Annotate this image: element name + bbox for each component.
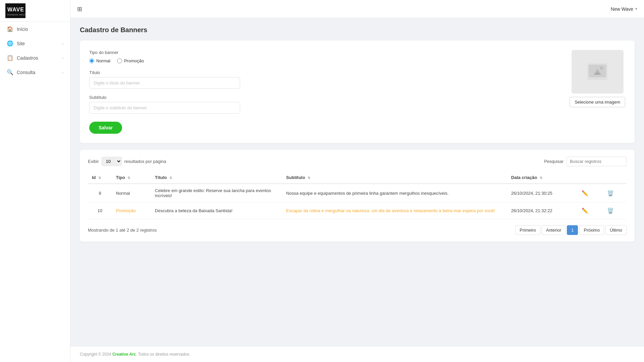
search-input[interactable] bbox=[566, 157, 627, 166]
svg-text:PASSEIOS NÁUTICOS: PASSEIOS NÁUTICOS bbox=[7, 14, 25, 16]
sidebar-nav: 🏠 Início 🌐 Site › 📋 Cadastros › 🔍 Consul… bbox=[0, 22, 70, 79]
home-icon: 🏠 bbox=[7, 26, 13, 32]
radio-normal[interactable]: Normal bbox=[89, 58, 110, 63]
col-id[interactable]: Id ⇅ bbox=[88, 172, 112, 184]
table-controls-left: Exibir 10 25 50 100 resultados por págin… bbox=[88, 157, 166, 166]
sort-icon: ⇅ bbox=[540, 176, 542, 180]
col-subtitulo[interactable]: Subtítulo ⇅ bbox=[282, 172, 507, 184]
cell-subtitulo: Nossa equipe e equipamentos de primeira … bbox=[282, 184, 507, 202]
select-image-button[interactable]: Selecione uma imagem bbox=[570, 97, 625, 107]
cell-subtitulo: Escapar da rotina e mergulhar na naturez… bbox=[282, 202, 507, 219]
grid-icon[interactable]: ⊞ bbox=[77, 5, 82, 13]
sidebar-item-cadastros[interactable]: 📋 Cadastros › bbox=[0, 51, 70, 65]
sidebar-item-label: Consulta bbox=[17, 70, 35, 75]
cell-delete-action: 🗑️ bbox=[601, 184, 627, 202]
sidebar-item-label: Site bbox=[17, 41, 25, 46]
chevron-right-icon: › bbox=[62, 42, 63, 46]
radio-promo-label: Promoção bbox=[124, 58, 144, 63]
footer-text-after: . Todos os direitos reservados. bbox=[136, 352, 191, 357]
exibir-label: Exibir bbox=[88, 159, 99, 164]
sidebar-item-label: Cadastros bbox=[17, 55, 38, 61]
titulo-input[interactable] bbox=[89, 77, 240, 89]
svg-text:WAVE: WAVE bbox=[7, 7, 24, 12]
globe-icon: 🌐 bbox=[7, 40, 13, 47]
table-head: Id ⇅ Tipo ⇅ Título ⇅ Subtítulo ⇅ Data cr… bbox=[88, 172, 627, 184]
form-left: Tipo do banner Normal Promoção bbox=[89, 50, 556, 134]
cell-id: 10 bbox=[88, 202, 112, 219]
table-row: 10 Promoção Descubra a beleza da Baixada… bbox=[88, 202, 627, 219]
topbar-left: ⊞ bbox=[77, 5, 82, 13]
user-name: New Wave bbox=[611, 6, 633, 12]
page-title: Cadastro de Banners bbox=[80, 26, 635, 34]
table-row: 9 Normal Celebre em grande estilo: Reser… bbox=[88, 184, 627, 202]
search-label: Pesquisar bbox=[544, 159, 564, 164]
subtitulo-group: Subtítulo bbox=[89, 95, 556, 114]
image-placeholder bbox=[572, 50, 624, 94]
footer-brand-link[interactable]: Creative Arc bbox=[112, 352, 136, 357]
pagination-current[interactable]: 1 bbox=[567, 225, 578, 235]
cell-edit-action: ✏️ bbox=[576, 202, 601, 219]
delete-button[interactable]: 🗑️ bbox=[605, 189, 615, 197]
cell-tipo: Normal bbox=[112, 184, 151, 202]
per-page-select[interactable]: 10 25 50 100 bbox=[102, 157, 122, 166]
save-button[interactable]: Salvar bbox=[89, 122, 122, 134]
sidebar-item-site[interactable]: 🌐 Site › bbox=[0, 36, 70, 51]
subtitulo-label: Subtítulo bbox=[89, 95, 556, 100]
radio-group: Normal Promoção bbox=[89, 58, 556, 63]
clipboard-icon: 📋 bbox=[7, 55, 13, 61]
pagination-primeiro[interactable]: Primeiro bbox=[515, 225, 540, 235]
table-controls-right: Pesquisar bbox=[544, 157, 627, 166]
banner-type-label: Tipo do banner bbox=[89, 50, 556, 55]
sort-icon: ⇅ bbox=[127, 176, 130, 180]
showing-text: Mostrando de 1 até 2 de 2 registros bbox=[88, 228, 157, 233]
cell-tipo: Promoção bbox=[112, 202, 151, 219]
cell-data-criacao: 26/10/2024, 21:32:22 bbox=[507, 202, 576, 219]
pagination-proximo[interactable]: Próximo bbox=[579, 225, 604, 235]
cell-id: 9 bbox=[88, 184, 112, 202]
edit-button[interactable]: ✏️ bbox=[580, 189, 590, 197]
main-wrapper: ⊞ New Wave ▾ Cadastro de Banners Tipo do… bbox=[70, 0, 644, 362]
image-placeholder-icon bbox=[587, 63, 607, 80]
radio-normal-label: Normal bbox=[96, 58, 110, 63]
sidebar-item-consulta[interactable]: 🔍 Consulta › bbox=[0, 65, 70, 79]
delete-button[interactable]: 🗑️ bbox=[605, 206, 615, 215]
pagination-buttons: Primeiro Anterior 1 Próximo Último bbox=[515, 225, 627, 235]
col-data-criacao[interactable]: Data criação ⇅ bbox=[507, 172, 576, 184]
cell-data-criacao: 26/10/2024, 21:30:25 bbox=[507, 184, 576, 202]
cell-edit-action: ✏️ bbox=[576, 184, 601, 202]
sidebar-item-inicio[interactable]: 🏠 Início bbox=[0, 22, 70, 36]
pagination-row: Mostrando de 1 até 2 de 2 registros Prim… bbox=[88, 225, 627, 235]
topbar: ⊞ New Wave ▾ bbox=[70, 0, 644, 18]
edit-button[interactable]: ✏️ bbox=[580, 206, 590, 215]
radio-promo-input[interactable] bbox=[117, 58, 122, 63]
footer: Copyright © 2024 Creative Arc. Todos os … bbox=[70, 346, 644, 362]
sidebar: WAVE PASSEIOS NÁUTICOS 🏠 Início 🌐 Site ›… bbox=[0, 0, 70, 362]
cell-titulo: Descubra a beleza da Baixada Santista! bbox=[151, 202, 282, 219]
footer-text-before: Copyright © 2024 bbox=[80, 352, 112, 357]
main-content: Cadastro de Banners Tipo do banner Norma… bbox=[70, 18, 644, 346]
form-right: Selecione uma imagem bbox=[570, 50, 625, 134]
table-body: 9 Normal Celebre em grande estilo: Reser… bbox=[88, 184, 627, 219]
sort-icon: ⇅ bbox=[308, 176, 310, 180]
pagination-anterior[interactable]: Anterior bbox=[542, 225, 566, 235]
chevron-right-icon: › bbox=[62, 70, 63, 74]
radio-promo[interactable]: Promoção bbox=[117, 58, 144, 63]
user-menu[interactable]: New Wave ▾ bbox=[611, 6, 637, 12]
titulo-group: Título bbox=[89, 70, 556, 89]
subtitulo-input[interactable] bbox=[89, 102, 240, 114]
sort-icon: ⇅ bbox=[169, 176, 172, 180]
titulo-label: Título bbox=[89, 70, 556, 75]
logo-icon: WAVE PASSEIOS NÁUTICOS bbox=[5, 3, 25, 18]
pagination-ultimo[interactable]: Último bbox=[605, 225, 627, 235]
table-controls: Exibir 10 25 50 100 resultados por págin… bbox=[88, 157, 627, 166]
col-tipo[interactable]: Tipo ⇅ bbox=[112, 172, 151, 184]
col-actions bbox=[576, 172, 601, 184]
chevron-down-icon: ▾ bbox=[635, 7, 637, 11]
table-card: Exibir 10 25 50 100 resultados por págin… bbox=[80, 150, 635, 242]
radio-normal-input[interactable] bbox=[89, 58, 94, 63]
logo-area: WAVE PASSEIOS NÁUTICOS bbox=[0, 0, 70, 22]
col-titulo[interactable]: Título ⇅ bbox=[151, 172, 282, 184]
results-label: resultados por página bbox=[124, 159, 166, 164]
cell-delete-action: 🗑️ bbox=[601, 202, 627, 219]
form-section: Tipo do banner Normal Promoção bbox=[89, 50, 625, 134]
